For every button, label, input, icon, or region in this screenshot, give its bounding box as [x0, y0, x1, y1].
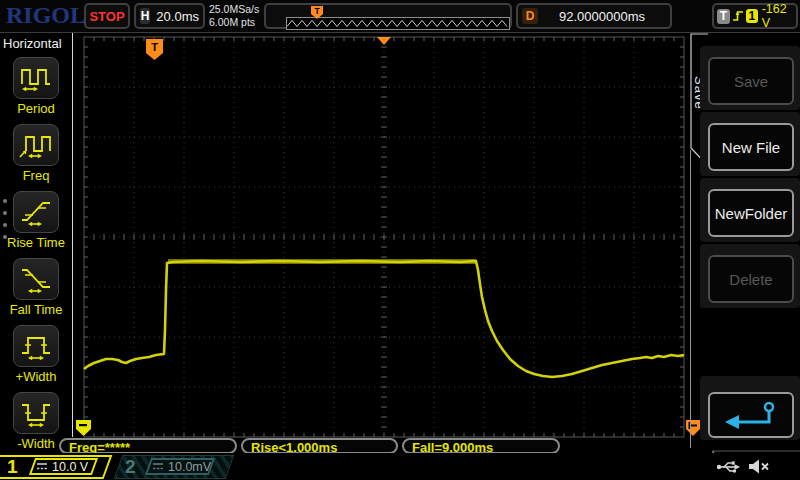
trigger-slope-icon [732, 9, 743, 23]
ch2-coupling-icon [152, 462, 164, 471]
right-soft-menu: Save Save New File NewFolder Delete [690, 33, 800, 447]
plus-width-icon [19, 331, 53, 361]
sample-rate: 25.0MSa/s [209, 3, 259, 16]
menu-scroll-dot [3, 199, 7, 203]
fall-time-button[interactable] [13, 258, 59, 300]
trigger-box[interactable]: T 1 -162 V [712, 3, 798, 29]
menu-scroll-dot [3, 235, 7, 239]
return-arrow-icon [721, 400, 781, 430]
oscilloscope-screen: RIGOL STOP H 20.0ms 25.0MSa/s 6.00M pts … [0, 0, 800, 480]
speaker-muted-icon [748, 458, 770, 475]
trigger-position-flag[interactable]: T [146, 39, 163, 60]
period-button[interactable] [13, 57, 59, 99]
plus-width-button[interactable] [13, 325, 59, 367]
ch1-ground-flag[interactable] [76, 420, 91, 436]
memory-depth: 6.00M pts [209, 16, 259, 29]
trigger-level-value: -162 V [762, 2, 793, 30]
measurement-rise-time: Rise<1.000ms [241, 438, 398, 454]
new-file-button[interactable]: New File [708, 123, 794, 171]
ch2-scale-value: 10.0mV [168, 460, 211, 474]
left-menu-separator [72, 33, 73, 437]
ch1-scale-value: 10.0 V [52, 460, 88, 474]
waveform-display: T [0, 0, 800, 480]
save-button[interactable]: Save [708, 57, 794, 105]
freq-button[interactable] [13, 124, 59, 166]
rise-time-button[interactable] [13, 191, 59, 233]
menu-item-fall-time[interactable]: Fall Time [0, 258, 72, 317]
new-folder-button[interactable]: NewFolder [708, 189, 794, 237]
timebase-value: 20.0ms [156, 9, 199, 24]
delete-button[interactable]: Delete [708, 255, 794, 303]
delay-box[interactable]: D 92.0000000ms [516, 3, 672, 29]
timebase-box[interactable]: H 20.0ms [134, 3, 205, 29]
delay-d-badge: D [522, 8, 538, 24]
top-status-bar: RIGOL STOP H 20.0ms 25.0MSa/s 6.00M pts … [0, 0, 800, 33]
minus-width-icon [19, 398, 53, 428]
menu-item-freq[interactable]: Freq [0, 124, 72, 183]
ch1-trace [84, 261, 684, 377]
channel-status-bar: 1 10.0 V 2 10.0mV [0, 453, 800, 480]
measurement-freq: Freq=***** [59, 438, 237, 454]
acquisition-info: 25.0MSa/s 6.00M pts [209, 3, 259, 29]
menu-scroll-dot [3, 223, 7, 227]
trigger-source-badge: 1 [746, 9, 758, 23]
menu-item-rise-time[interactable]: Rise Time [0, 191, 72, 250]
graticule [84, 37, 684, 437]
delay-value: 92.0000000ms [559, 9, 645, 24]
rigol-logo: RIGOL [6, 2, 86, 29]
left-menu-title: Horizontal [0, 33, 72, 51]
minus-width-button[interactable] [13, 392, 59, 434]
menu-scroll-dot [3, 211, 7, 215]
timebase-h-badge: H [140, 8, 150, 24]
menu-item-period[interactable]: Period [0, 57, 72, 116]
rise-time-icon [19, 197, 53, 227]
run-state-indicator[interactable]: STOP [84, 3, 130, 29]
left-function-menu: Horizontal Period F [0, 33, 72, 447]
ch1-number: 1 [7, 456, 18, 478]
preview-trigger-flag[interactable]: T [310, 5, 324, 20]
ch1-coupling-icon [36, 462, 48, 471]
period-icon [19, 63, 53, 93]
ch2-number: 2 [125, 456, 136, 478]
preview-zigzag-wave [287, 21, 507, 27]
svg-text:T: T [151, 41, 158, 53]
run-state-label: STOP [89, 9, 124, 24]
usb-icon [716, 459, 742, 475]
memory-waveform-preview[interactable]: T [264, 3, 512, 29]
measurement-fall-time: Fall=9.000ms [402, 438, 560, 454]
menu-item-plus-width[interactable]: +Width [0, 325, 72, 384]
return-button[interactable] [708, 392, 794, 438]
delay-position-triangle[interactable] [377, 37, 391, 45]
trigger-t-badge: T [717, 9, 730, 24]
freq-icon [19, 130, 53, 160]
fall-time-icon [19, 264, 53, 294]
svg-text:T: T [314, 6, 320, 16]
